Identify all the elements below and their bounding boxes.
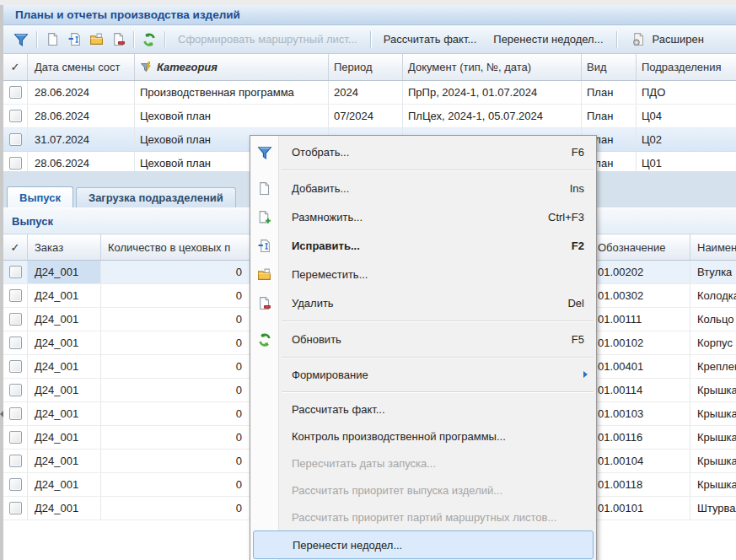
extended-report-icon [630, 30, 648, 49]
menu-separator [282, 357, 594, 358]
submenu-arrow-icon [583, 371, 588, 378]
context-menu-item[interactable]: Формирование [250, 361, 596, 388]
row-checkbox-cell [3, 284, 28, 307]
context-menu-item[interactable]: Рассчитать факт... [250, 396, 596, 423]
row-checkbox[interactable] [9, 478, 22, 491]
context-menu-item[interactable]: Размножить...Ctrl+F3 [250, 202, 596, 231]
context-menu-item[interactable]: Отобрать...F6 [250, 137, 596, 166]
panel-titlebar: Планы и отчеты производства изделий [3, 5, 736, 25]
cell-order: Д24_001 [28, 497, 101, 520]
menu-item-shortcut: Ctrl+F3 [531, 211, 584, 223]
calc-fact-button[interactable]: Рассчитать факт... [375, 33, 486, 46]
menu-item-label: Удалить [292, 297, 334, 310]
cell-name: Крышка [690, 450, 736, 472]
menu-item-label: Перенести недодел... [293, 539, 402, 552]
cell-order: Д24_001 [28, 426, 101, 449]
column-header-category[interactable]: Категория [135, 54, 329, 80]
context-menu-item[interactable]: Перенести недодел... [253, 530, 594, 559]
transfer-backlog-button[interactable]: Перенести недодел... [485, 33, 611, 46]
cell-designation: 01.00202 [586, 261, 690, 283]
cell-kind: План [582, 81, 637, 104]
cell-quantity: 0 [101, 308, 253, 331]
column-header-kind[interactable]: Вид [582, 54, 637, 80]
cell-designation: 01.00104 [586, 450, 690, 472]
cell-document: ПлЦех, 2024-1, 05.07.2024 [403, 105, 582, 127]
refresh-icon[interactable] [140, 30, 158, 49]
context-menu-item[interactable]: Контроль производственной программы... [250, 423, 596, 450]
row-checkbox-cell [3, 261, 28, 283]
row-checkbox-cell [3, 402, 28, 425]
row-checkbox[interactable] [9, 502, 22, 514]
context-menu-item: Рассчитать приоритет выпуска изделий... [250, 477, 596, 503]
filter-icon[interactable] [12, 30, 30, 49]
cell-name: Крышка [690, 473, 736, 496]
column-header-quantity[interactable]: Количество в цеховых п [101, 234, 253, 260]
cell-name: Кольцо [690, 308, 736, 331]
column-header-division[interactable]: Подразделения [637, 54, 736, 80]
cell-designation: 01.00114 [586, 379, 690, 401]
cell-designation: 01.00111 [586, 308, 690, 331]
menu-item-shortcut: Ins [553, 182, 584, 195]
row-checkbox[interactable] [9, 157, 22, 170]
cell-quantity: 0 [101, 284, 253, 307]
row-checkbox[interactable] [9, 133, 22, 146]
context-menu-item: Пересчитать даты запуска... [250, 450, 596, 477]
cell-period: 2024 [329, 81, 403, 104]
menu-separator [282, 391, 594, 392]
row-checkbox[interactable] [9, 337, 22, 349]
menu-item-label: Переместить... [292, 268, 368, 281]
context-menu-item[interactable]: ОбновитьF5 [250, 325, 596, 353]
column-header-name[interactable]: Наимен [690, 234, 736, 260]
row-checkbox-cell [3, 497, 28, 520]
context-menu-item[interactable]: Исправить...F2 [250, 231, 596, 260]
menu-item-label: Рассчитать приоритет выпуска изделий... [292, 484, 502, 497]
cell-name: Втулка [690, 261, 736, 283]
edit-document-icon[interactable] [65, 30, 83, 49]
row-checkbox[interactable] [9, 407, 22, 420]
cell-name: Штурвал [690, 497, 736, 520]
context-menu-item[interactable]: УдалитьDel [250, 288, 596, 317]
row-checkbox-cell [3, 450, 28, 472]
check-column-header[interactable]: ✓ [3, 234, 28, 260]
cell-order: Д24_001 [28, 331, 101, 354]
cell-quantity: 0 [101, 261, 253, 283]
cell-name: Корпус [690, 331, 736, 354]
move-folder-icon[interactable] [87, 30, 105, 49]
add-document-icon[interactable] [43, 30, 62, 49]
row-checkbox[interactable] [9, 360, 22, 373]
table-row[interactable]: 28.06.2024 Цеховой план 07/2024 ПлЦех, 2… [3, 105, 736, 128]
row-checkbox[interactable] [9, 384, 22, 396]
row-checkbox-cell [3, 379, 28, 401]
extended-report-button[interactable]: Расширен [621, 30, 704, 49]
column-header-order[interactable]: Заказ [28, 234, 101, 260]
cell-designation: 01.00101 [586, 497, 690, 520]
column-header-designation[interactable]: Обозначение [586, 234, 690, 260]
cell-quantity: 0 [101, 426, 253, 449]
filter-icon [257, 145, 271, 159]
cell-quantity: 0 [101, 379, 253, 401]
cell-document: ПрПр, 2024-1, 01.07.2024 [403, 81, 582, 104]
row-checkbox[interactable] [9, 455, 22, 467]
column-header-date[interactable]: Дата смены сост [28, 54, 135, 80]
row-checkbox[interactable] [9, 110, 22, 122]
check-column-header[interactable]: ✓ [3, 54, 28, 80]
row-checkbox[interactable] [9, 289, 22, 302]
menu-item-shortcut: F2 [555, 240, 584, 252]
cell-designation: 01.00302 [586, 284, 690, 307]
tab-vypusk[interactable]: Выпуск [7, 186, 73, 207]
column-header-document[interactable]: Документ (тип, №, дата) [403, 54, 582, 80]
cell-quantity: 0 [101, 355, 253, 378]
tab-zagruzka-podrazdelenij[interactable]: Загрузка подразделений [76, 187, 236, 207]
row-checkbox[interactable] [9, 266, 22, 278]
delete-document-icon[interactable] [109, 30, 127, 49]
row-checkbox[interactable] [9, 86, 22, 99]
table-row[interactable]: 28.06.2024 Производственная программа 20… [3, 81, 736, 105]
cell-designation: 01.00401 [586, 355, 690, 378]
context-menu-item[interactable]: Переместить... [250, 260, 596, 288]
row-checkbox[interactable] [9, 313, 22, 326]
cell-category: Цеховой план [135, 105, 329, 127]
context-menu-item[interactable]: Добавить...Ins [250, 174, 596, 202]
row-checkbox[interactable] [9, 431, 22, 444]
context-menu: Отобрать...F6Добавить...InsРазмножить...… [250, 135, 597, 560]
column-header-period[interactable]: Период [329, 54, 403, 80]
